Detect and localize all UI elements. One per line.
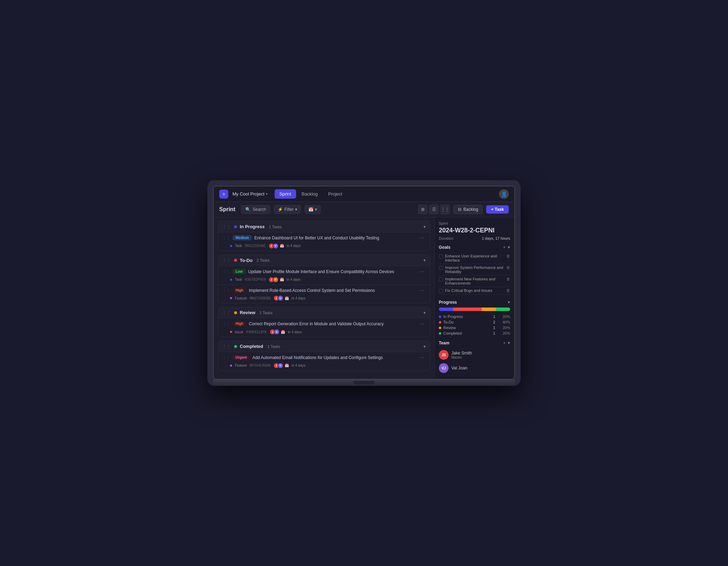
task-menu-button[interactable]: ⋯ [418, 235, 426, 241]
section-header-review[interactable]: ⋮⋮ Review 1 Tasks ▾ [218, 307, 430, 318]
goal-checkbox[interactable] [439, 277, 443, 281]
filter-icon: ⚡ [278, 207, 283, 212]
task-menu-button[interactable]: ⋯ [418, 269, 426, 274]
section-chevron-icon: ▾ [424, 344, 426, 349]
section-header-completed[interactable]: ⋮⋮ Completed 1 Tasks ▾ [218, 341, 430, 352]
avatar: V [274, 329, 279, 335]
task-title: Implement Role-Based Access Control Syst… [249, 288, 415, 294]
list-view-button[interactable]: ☰ [429, 205, 439, 214]
goals-section-header: Goals + ▾ [439, 245, 510, 250]
goal-text: Improve System Performance and Reliabili… [445, 265, 504, 274]
search-label: Search [253, 207, 266, 212]
tab-project[interactable]: Project [323, 189, 347, 199]
section-count-to-do: 2 Tasks [257, 258, 270, 262]
goal-delete-icon[interactable]: 🗑 [506, 254, 510, 258]
section-header-in-progress[interactable]: ⋮⋮ In Progress 1 Tasks ▾ [218, 221, 430, 232]
goal-checkbox[interactable] [439, 289, 443, 293]
team-member: JS Jake Smith Master [439, 348, 510, 361]
task-top: ⋮⋮ High Correct Report Generation Error … [222, 321, 426, 327]
goal-checkbox[interactable] [439, 266, 443, 270]
task-item: ⋮⋮ Urgent Add Automated Email Notificati… [218, 352, 430, 370]
project-name-button[interactable]: My Cool Project ▾ [232, 191, 268, 197]
status-dot-in-progress [234, 225, 237, 228]
goal-delete-icon[interactable]: 🗑 [506, 265, 510, 270]
section-chevron-icon: ▾ [424, 258, 426, 263]
task-menu-button[interactable]: ⋯ [418, 355, 426, 360]
project-name-label: My Cool Project [232, 191, 264, 197]
team-title: Team [439, 341, 449, 345]
goal-delete-icon[interactable]: 🗑 [506, 288, 510, 293]
progress-pct: 40% [500, 320, 510, 324]
progress-dot [439, 332, 441, 335]
drag-handle-icon: ⋮⋮ [222, 236, 230, 240]
sprint-id: 2024-W28-2-CEPNI [439, 227, 510, 234]
task-meta: Feature MNQ7XVOEBQ J V 📅 in 4 days [222, 295, 426, 301]
section-completed: ⋮⋮ Completed 1 Tasks ▾ ⋮⋮ Urgent Add Aut… [218, 341, 430, 371]
section-count-in-progress: 1 Tasks [269, 225, 282, 229]
search-button[interactable]: 🔍 Search [241, 205, 270, 214]
tab-sprint[interactable]: Sprint [275, 189, 296, 199]
backlog-button[interactable]: ⊟ Backlog [453, 205, 483, 214]
task-menu-button[interactable]: ⋯ [418, 288, 426, 293]
calendar-icon: 📅 [308, 207, 314, 212]
progress-bar-completed [496, 308, 510, 311]
team-member-info: Val Joan [451, 366, 467, 370]
backlog-icon: ⊟ [458, 207, 461, 212]
progress-row-to-do: To-Do 2 40% [439, 320, 510, 324]
view-button[interactable]: 📅 ▾ [304, 205, 321, 214]
task-type-label: Issue [235, 330, 243, 334]
section-in-progress: ⋮⋮ In Progress 1 Tasks ▾ ⋮⋮ Medium Enhan… [218, 221, 430, 251]
priority-badge: High [233, 288, 246, 293]
task-id: H3U7BIPVG9 [245, 278, 266, 281]
goal-text: Fix Critical Bugs and Issues [445, 288, 492, 293]
goal-delete-icon[interactable]: 🗑 [506, 277, 510, 281]
team-add-button[interactable]: + [503, 340, 506, 345]
goals-collapse-button[interactable]: ▾ [508, 245, 510, 250]
user-avatar[interactable]: 👤 [499, 189, 509, 199]
goal-item: Improve System Performance and Reliabili… [439, 264, 510, 276]
task-meta: Task 9RS22U9SWI J V 📅 in 4 days [222, 243, 426, 249]
avatar: V [273, 243, 278, 249]
task-type-dot [230, 279, 232, 281]
team-member-info: Jake Smith Master [451, 351, 472, 359]
tab-backlog[interactable]: Backlog [297, 189, 323, 199]
task-item: ⋮⋮ Low Update User Profile Module Interf… [218, 266, 430, 285]
grid-view-button[interactable]: ⊞ [418, 205, 428, 214]
task-id: P4HD82LBYK [246, 330, 267, 334]
progress-count: 2 [491, 320, 498, 324]
section-title-review: Review [240, 310, 255, 315]
goal-checkbox[interactable] [439, 254, 443, 258]
progress-dot [439, 321, 441, 324]
board-view-button[interactable]: ⋮⋮ [440, 205, 450, 214]
section-header-to-do[interactable]: ⋮⋮ To-Do 2 Tasks ▾ [218, 255, 430, 266]
goals-list: Enhance User Experience and Interface 🗑 … [439, 253, 510, 295]
progress-count: 1 [491, 326, 498, 330]
task-type-label: Task [235, 244, 242, 248]
team-member-role: Master [451, 356, 472, 359]
add-task-button[interactable]: + Task [486, 205, 509, 214]
filter-button[interactable]: ⚡ Filter ▾ [274, 205, 301, 214]
task-item: ⋮⋮ High Implement Role-Based Access Cont… [218, 285, 430, 303]
task-menu-button[interactable]: ⋯ [418, 321, 426, 327]
team-collapse-button[interactable]: ▾ [508, 340, 510, 345]
goal-item: Fix Critical Bugs and Issues 🗑 [439, 287, 510, 295]
task-top: ⋮⋮ Medium Enhance Dashboard UI for Bette… [222, 235, 426, 241]
calendar-icon: 📅 [285, 296, 289, 300]
task-type-label: Feature [235, 296, 247, 300]
drag-handle-icon: ⋮⋮ [222, 258, 231, 263]
team-member-name: Jake Smith [451, 351, 472, 356]
progress-pct: 20% [500, 331, 510, 335]
goal-text: Enhance User Experience and Interface [445, 254, 504, 262]
priority-badge: Medium [233, 235, 252, 240]
section-title-to-do: To-Do [240, 258, 253, 263]
add-task-label: + Task [491, 207, 504, 212]
drag-handle-icon: ⋮⋮ [222, 310, 231, 315]
goal-item: Enhance User Experience and Interface 🗑 [439, 253, 510, 264]
due-text: in 4 days [292, 364, 306, 367]
goals-add-button[interactable]: + [503, 245, 506, 250]
progress-collapse-button[interactable]: ▾ [508, 300, 510, 305]
duration-row: Duration 1 days, 17 hours [439, 236, 510, 240]
calendar-icon: 📅 [285, 364, 289, 367]
task-top: ⋮⋮ Urgent Add Automated Email Notificati… [222, 355, 426, 361]
task-type-label: Task [235, 278, 242, 281]
